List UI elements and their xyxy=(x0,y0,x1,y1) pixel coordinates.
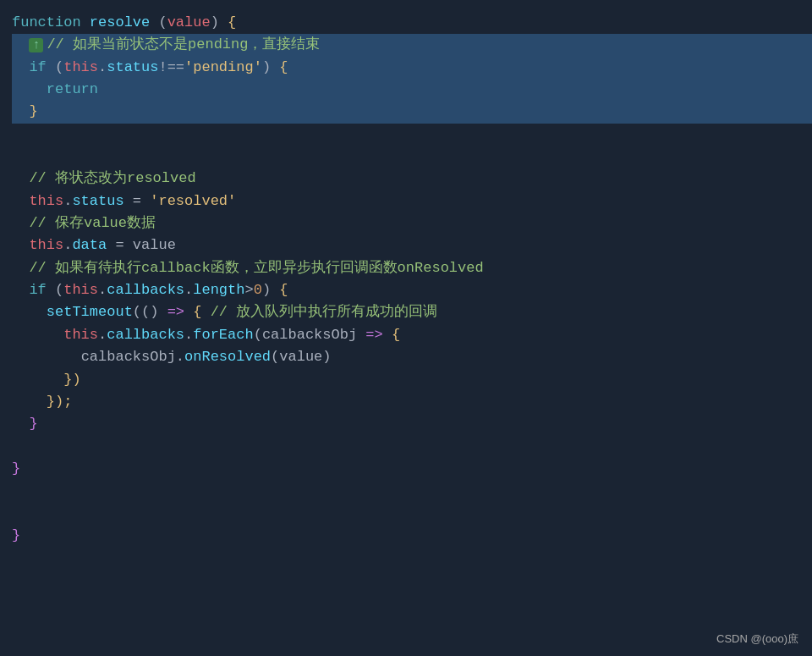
code-line-23 xyxy=(12,503,812,525)
code-line-7 xyxy=(12,146,812,168)
code-line-11: this.data = value xyxy=(12,234,812,256)
code-line-12: // 如果有待执行callback函数，立即异步执行回调函数onResolved xyxy=(12,257,812,279)
watermark: CSDN @(ooo)庶 xyxy=(716,631,798,648)
code-line-4: return xyxy=(12,79,812,101)
code-line-20 xyxy=(12,436,812,458)
code-line-9: this.status = 'resolved' xyxy=(12,190,812,212)
code-line-14: setTimeout(() => { // 放入队列中执行所有成功的回调 xyxy=(12,301,812,323)
code-line-3: if (this.status!=='pending') { xyxy=(12,57,812,79)
code-line-5: } xyxy=(12,101,812,123)
code-editor: function resolve (value) { ↑// 如果当前状态不是p… xyxy=(0,0,812,559)
code-line-13: if (this.callbacks.length>0) { xyxy=(12,279,812,301)
code-line-19: } xyxy=(12,413,812,435)
code-line-21: } xyxy=(12,458,812,480)
code-line-6 xyxy=(12,124,812,146)
code-line-17: }) xyxy=(12,369,812,391)
code-line-2: ↑// 如果当前状态不是pending，直接结束 xyxy=(12,34,812,56)
code-line-10: // 保存value数据 xyxy=(12,212,812,234)
code-line-15: this.callbacks.forEach(calbacksObj => { xyxy=(12,324,812,346)
code-line-22 xyxy=(12,480,812,502)
code-line-18: }); xyxy=(12,391,812,413)
code-line-1: function resolve (value) { xyxy=(12,12,812,34)
code-line-8: // 将状态改为resolved xyxy=(12,168,812,190)
code-line-24: } xyxy=(12,525,812,547)
code-line-16: calbacksObj.onResolved(value) xyxy=(12,346,812,368)
